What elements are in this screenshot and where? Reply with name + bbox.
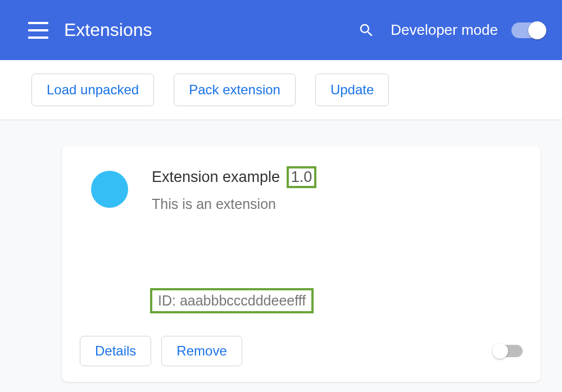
remove-button[interactable]: Remove	[161, 336, 242, 366]
extension-id: ID: aaabbbcccdddeeefff	[150, 288, 314, 313]
extension-name: Extension example	[152, 168, 280, 186]
content-area: Extension example 1.0 This is an extensi…	[0, 120, 562, 392]
developer-mode-label: Developer mode	[391, 21, 498, 39]
extension-description: This is an extension	[152, 196, 523, 212]
extension-icon	[91, 171, 128, 208]
header: Extensions Developer mode	[0, 0, 562, 60]
load-unpacked-button[interactable]: Load unpacked	[31, 74, 154, 106]
page-title: Extensions	[64, 20, 358, 40]
update-button[interactable]: Update	[315, 74, 389, 106]
toggle-knob	[528, 21, 546, 39]
search-icon[interactable]	[358, 22, 375, 39]
developer-mode-toggle[interactable]	[511, 22, 545, 38]
menu-icon[interactable]	[28, 22, 48, 39]
extension-version: 1.0	[287, 166, 317, 188]
extension-enable-toggle[interactable]	[493, 345, 523, 357]
toggle-knob	[492, 343, 508, 359]
pack-extension-button[interactable]: Pack extension	[174, 74, 296, 106]
extension-card: Extension example 1.0 This is an extensi…	[62, 146, 541, 382]
toolbar: Load unpacked Pack extension Update	[0, 60, 562, 120]
details-button[interactable]: Details	[80, 336, 151, 366]
